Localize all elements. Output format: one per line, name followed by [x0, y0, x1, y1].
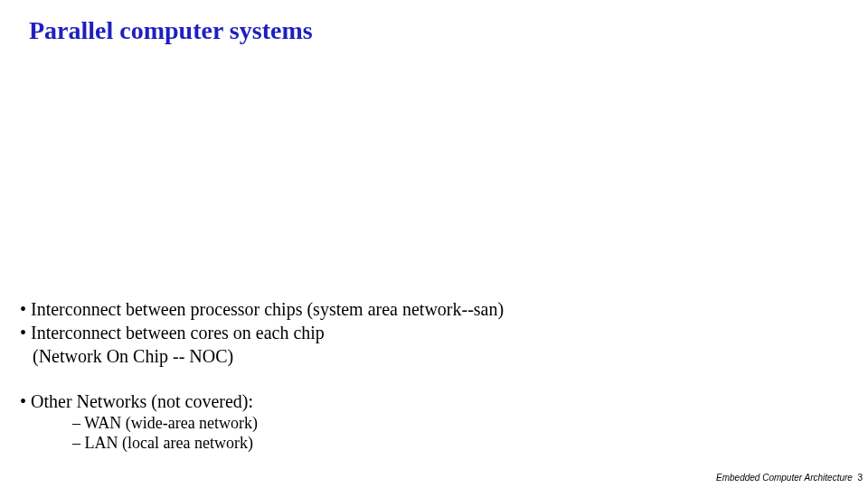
sub-bullet-item: – WAN (wide-area network): [72, 414, 834, 434]
bullet-text: Interconnect between cores on each chip: [31, 323, 325, 343]
sub-bullet-text: LAN (local area network): [85, 434, 253, 452]
footer-text: Embedded Computer Architecture: [716, 473, 853, 483]
sub-bullet-item: – LAN (local area network): [72, 434, 834, 454]
page-number: 3: [857, 473, 863, 483]
bullet-icon: •: [20, 299, 31, 319]
bullet-item: • Interconnect between processor chips (…: [20, 298, 834, 320]
bullet-text: Interconnect between processor chips (sy…: [31, 299, 504, 319]
bullet-continuation: (Network On Chip -- NOC): [33, 345, 834, 367]
slide-title: Parallel computer systems: [29, 16, 313, 45]
bullet-item: • Interconnect between cores on each chi…: [20, 322, 834, 343]
bullet-icon: •: [20, 323, 31, 343]
slide-body: • Interconnect between processor chips (…: [20, 298, 834, 453]
bullet-item: • Other Networks (not covered):: [20, 390, 834, 412]
dash-icon: –: [72, 414, 84, 432]
slide: Parallel computer systems • Interconnect…: [0, 0, 868, 488]
spacer: [20, 367, 834, 390]
bullet-text: Other Networks (not covered):: [31, 391, 253, 411]
bullet-icon: •: [20, 391, 31, 411]
dash-icon: –: [72, 434, 85, 452]
slide-footer: Embedded Computer Architecture 3: [716, 473, 863, 483]
sub-bullet-text: WAN (wide-area network): [84, 414, 258, 432]
